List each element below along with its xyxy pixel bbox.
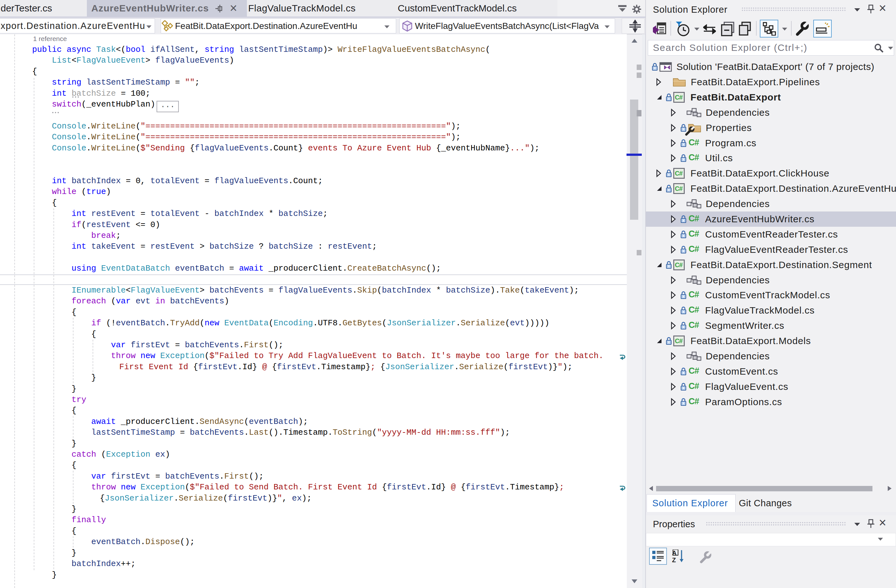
svg-text:Z: Z xyxy=(672,556,676,563)
